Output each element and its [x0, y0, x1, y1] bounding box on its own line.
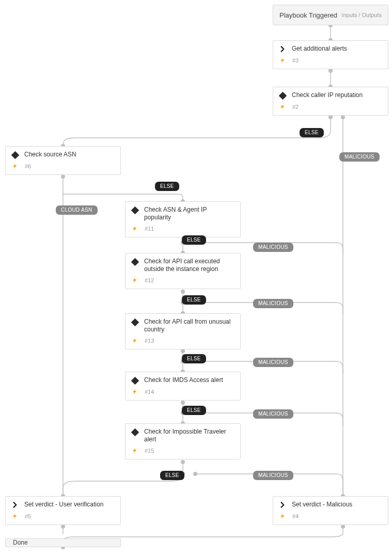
node-id: #3: [292, 57, 299, 63]
done-node[interactable]: Done: [5, 538, 121, 547]
node-check-api-call-outside-region[interactable]: Check for API call executed outside the …: [125, 253, 241, 289]
node-id: #12: [144, 277, 154, 283]
bolt-icon: [278, 103, 287, 111]
diamond-icon: [131, 376, 139, 385]
trigger-title: Playbook Triggered: [279, 11, 337, 19]
diamond-icon: [131, 206, 139, 214]
node-id: #13: [144, 338, 154, 344]
node-title: Check source ASN: [24, 151, 76, 158]
node-check-asn-agent-ip-popularity[interactable]: Check ASN & Agent IP popularity #11: [125, 201, 241, 237]
bolt-icon: [131, 276, 139, 284]
diamond-icon: [131, 318, 139, 326]
node-set-verdict-malicious[interactable]: Set verdict - Malicious #4: [273, 496, 388, 525]
svg-point-5: [341, 115, 345, 119]
branch-label-malicious: MALICIOUS: [253, 471, 293, 480]
diamond-icon: [11, 151, 19, 159]
branch-label-else: ELSE: [160, 471, 184, 480]
bolt-icon: [131, 447, 139, 455]
bolt-icon: [131, 337, 139, 345]
svg-point-13: [181, 290, 185, 294]
done-title: Done: [13, 539, 28, 547]
trigger-meta: Inputs / Outputs: [341, 12, 382, 18]
svg-point-4: [328, 115, 333, 119]
branch-label-else: ELSE: [182, 354, 206, 363]
trigger-node[interactable]: Playbook Triggered Inputs / Outputs: [273, 5, 388, 25]
node-check-impossible-traveler-alert[interactable]: Check for Impossible Traveler alert #15: [125, 423, 241, 459]
bolt-icon: [11, 512, 19, 520]
node-title: Check for API call from unusual country: [144, 318, 232, 333]
branch-label-cloud-asn: CLOUD ASN: [56, 205, 98, 215]
bolt-icon: [131, 225, 139, 233]
node-id: #14: [144, 389, 154, 395]
branch-label-malicious: MALICIOUS: [253, 409, 293, 419]
diamond-icon: [131, 428, 139, 436]
chevron-right-icon: [278, 45, 287, 53]
bolt-icon: [11, 162, 19, 170]
svg-point-17: [181, 349, 185, 353]
node-id: #4: [292, 513, 299, 519]
branch-label-else: ELSE: [300, 128, 324, 137]
branch-label-malicious: MALICIOUS: [253, 243, 293, 252]
node-title: Check for API call executed outside the …: [144, 258, 232, 273]
diagram-canvas: .flow { fill:none; stroke:#bfbfbf; strok…: [0, 0, 392, 557]
svg-point-21: [181, 401, 185, 405]
bolt-icon: [278, 512, 287, 520]
bolt-icon: [131, 388, 139, 396]
diamond-icon: [278, 91, 287, 100]
node-check-source-asn[interactable]: Check source ASN #6: [5, 146, 121, 175]
node-title: Check ASN & Agent IP popularity: [144, 206, 235, 221]
node-title: Set verdict - User verification: [24, 501, 103, 508]
node-id: #5: [24, 513, 31, 519]
node-id: #11: [144, 226, 154, 232]
node-title: Check caller IP reputation: [292, 91, 363, 99]
node-id: #6: [24, 163, 31, 169]
chevron-right-icon: [278, 501, 287, 509]
bolt-icon: [278, 56, 287, 65]
node-set-verdict-user-verification[interactable]: Set verdict - User verification #5: [5, 496, 121, 525]
branch-label-else: ELSE: [155, 182, 179, 191]
node-id: #15: [144, 448, 154, 454]
node-check-api-call-unusual-country[interactable]: Check for API call from unusual country …: [125, 313, 241, 349]
node-title: Check for IMDS Access alert: [144, 376, 223, 384]
branch-label-else: ELSE: [182, 235, 206, 245]
branch-label-malicious: MALICIOUS: [339, 152, 380, 162]
branch-label-else: ELSE: [182, 406, 206, 415]
node-title: Set verdict - Malicious: [292, 501, 352, 508]
svg-point-31: [341, 524, 345, 529]
node-title: Check for Impossible Traveler alert: [144, 428, 232, 443]
branch-label-malicious: MALICIOUS: [253, 299, 293, 308]
node-get-additional-alerts[interactable]: Get additional alerts #3: [273, 40, 388, 69]
svg-point-27: [193, 472, 197, 476]
node-check-caller-ip-reputation[interactable]: Check caller IP reputation #2: [273, 87, 388, 116]
branch-label-else: ELSE: [182, 295, 206, 305]
node-check-imds-access-alert[interactable]: Check for IMDS Access alert #14: [125, 372, 241, 401]
node-id: #2: [292, 104, 299, 110]
svg-point-2: [328, 69, 333, 73]
branch-label-malicious: MALICIOUS: [253, 358, 293, 367]
svg-point-25: [181, 460, 185, 464]
diamond-icon: [131, 258, 139, 266]
chevron-right-icon: [11, 501, 19, 509]
svg-point-7: [61, 174, 65, 179]
svg-point-29: [61, 524, 65, 529]
node-title: Get additional alerts: [292, 45, 347, 53]
